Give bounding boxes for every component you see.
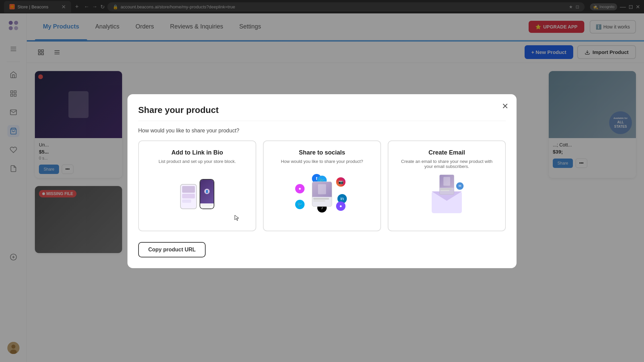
- link-bio-title: Add to Link in Bio: [147, 149, 248, 156]
- share-option-socials[interactable]: Share to socials How would you like to s…: [263, 140, 381, 231]
- socials-title: Share to socials: [272, 149, 372, 156]
- share-options-container: Add to Link in Bio List product and set …: [138, 140, 506, 231]
- link-bio-desc: List product and set up your store block…: [147, 159, 248, 164]
- share-option-link-bio[interactable]: Add to Link in Bio List product and set …: [138, 140, 256, 231]
- email-desc: Create an email to share your new produc…: [396, 159, 497, 169]
- link-bio-image: 👤: [147, 171, 248, 218]
- email-image: ✉: [396, 176, 497, 223]
- copy-url-btn[interactable]: Copy product URL: [138, 242, 206, 257]
- modal-title: Share your product: [138, 105, 506, 115]
- modal-close-btn[interactable]: ✕: [502, 102, 508, 110]
- modal-subtitle: How would you like to share your product…: [138, 128, 506, 134]
- socials-desc: How would you like to share your product…: [272, 159, 372, 164]
- email-title: Create Email: [396, 149, 497, 156]
- share-option-email[interactable]: Create Email Create an email to share yo…: [388, 140, 506, 231]
- share-product-modal: ✕ Share your product How would you like …: [127, 94, 517, 268]
- socials-image: f 🐦 📷 ● 🐦 ♪ in ●: [272, 171, 372, 218]
- modal-divider: [138, 121, 506, 121]
- modal-overlay[interactable]: ✕ Share your product How would you like …: [0, 0, 644, 362]
